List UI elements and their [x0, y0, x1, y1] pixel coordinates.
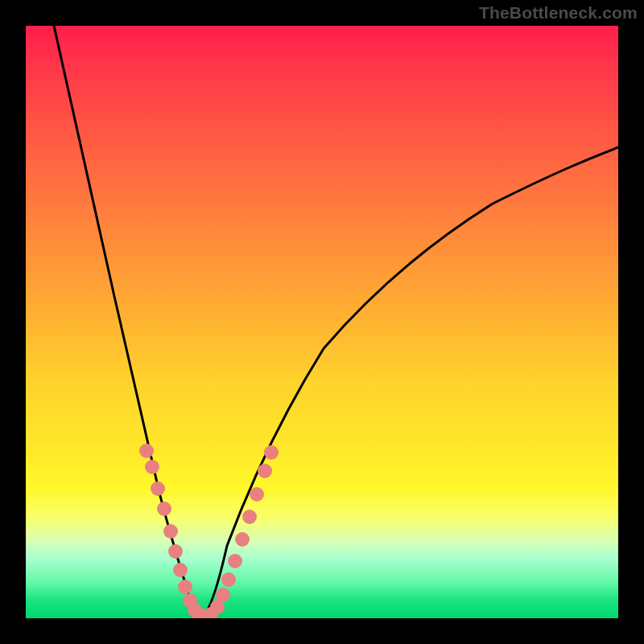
dot	[178, 580, 192, 594]
dot	[258, 464, 272, 478]
watermark-text: TheBottleneck.com	[479, 3, 638, 23]
curve-layer	[26, 26, 618, 618]
dot	[157, 502, 171, 516]
chart-frame: TheBottleneck.com	[0, 0, 644, 644]
dot	[216, 588, 230, 602]
dot	[242, 510, 257, 524]
dot	[235, 532, 250, 547]
dot	[250, 487, 264, 502]
dot	[264, 445, 279, 460]
curve-left-branch	[54, 26, 201, 617]
dot	[151, 481, 165, 496]
dot	[145, 460, 159, 474]
dot	[228, 554, 242, 568]
dot	[168, 544, 183, 559]
dot	[173, 563, 188, 577]
dot	[221, 572, 236, 587]
dot	[163, 524, 178, 539]
curve-right-branch	[201, 147, 618, 617]
plot-area	[26, 26, 618, 618]
dot	[139, 444, 154, 458]
